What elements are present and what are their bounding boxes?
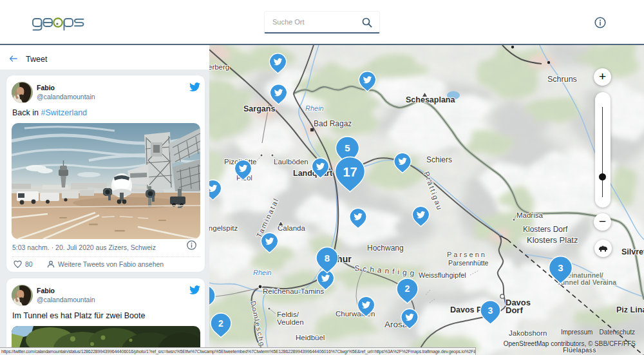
svg-text:2: 2 [218,318,223,329]
svg-text:Heidbüel: Heidbüel [296,334,325,341]
svg-text:2: 2 [405,283,410,294]
svg-text:Parsenn: Parsenn [447,251,487,258]
svg-text:Jakobshorn: Jakobshorn [509,329,547,337]
svg-text:Schesaplana: Schesaplana [406,95,455,104]
svg-text:Feldis/: Feldis/ [277,311,299,318]
svg-text:Schruns: Schruns [547,75,577,84]
svg-text:17: 17 [343,165,357,179]
svg-text:Dorf: Dorf [506,305,523,315]
svg-text:Ringelspitz: Ringelspitz [209,224,238,232]
svg-text:erberg: erberg [209,63,229,71]
svg-text:Reichenau-Tamins: Reichenau-Tamins [263,287,324,295]
svg-text:Hochwang: Hochwang [367,244,404,253]
svg-text:Parsennhütte: Parsennhütte [448,259,489,267]
svg-text:Sargans: Sargans [243,104,275,113]
svg-text:Weissfluhgipfel: Weissfluhgipfel [419,271,466,279]
svg-text:Laulböden: Laulböden [274,158,308,166]
svg-text:Klosters Platz: Klosters Platz [527,235,578,245]
svg-text:Klosters Dorf: Klosters Dorf [523,225,568,234]
svg-text:Schiers: Schiers [426,155,452,164]
svg-text:Piz Linard: Piz Linard [616,305,644,314]
svg-text:Silvretta: Silvretta [621,247,644,256]
svg-text:Madrisa: Madrisa [516,211,544,219]
svg-text:5: 5 [345,142,350,153]
svg-text:3: 3 [558,262,563,273]
svg-text:Rhein: Rhein [253,269,272,276]
svg-text:Flüelapass: Flüelapass [563,347,596,354]
svg-text:Rhein: Rhein [305,104,324,112]
svg-text:8: 8 [325,253,330,264]
svg-text:3: 3 [488,305,493,316]
svg-text:Bad Ragaz: Bad Ragaz [314,119,352,128]
svg-text:Veulden: Veulden [277,318,304,326]
